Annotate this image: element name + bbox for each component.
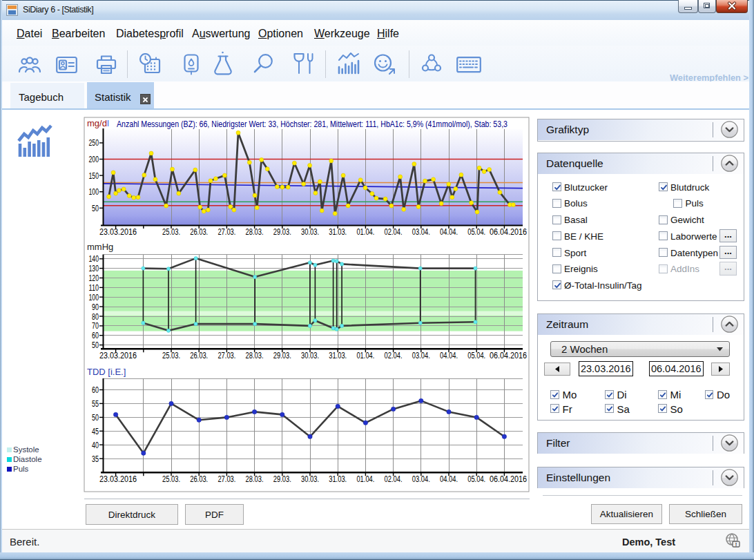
svg-text:29.03.: 29.03. — [273, 351, 291, 360]
svg-text:05.04.: 05.04. — [467, 474, 485, 484]
svg-text:27.03.: 27.03. — [218, 474, 235, 484]
svg-text:120: 120 — [89, 273, 99, 283]
svg-text:25.03.: 25.03. — [162, 474, 180, 484]
svg-text:!: ! — [735, 541, 737, 548]
svg-text:250: 250 — [89, 138, 99, 148]
svg-text:110: 110 — [89, 283, 99, 293]
svg-text:06.04.2016: 06.04.2016 — [490, 227, 527, 237]
svg-text:23.03.2016: 23.03.2016 — [99, 351, 137, 360]
svg-text:06.04.2016: 06.04.2016 — [490, 351, 527, 360]
svg-text:50: 50 — [92, 340, 99, 350]
svg-text:04.04.: 04.04. — [440, 227, 458, 237]
svg-text:28.03.: 28.03. — [246, 474, 264, 484]
svg-text:30.03.: 30.03. — [301, 351, 319, 360]
svg-text:200: 200 — [89, 155, 99, 164]
svg-text:mg/dl: mg/dl — [87, 118, 109, 128]
svg-text:29.03.: 29.03. — [273, 227, 291, 237]
svg-text:03.04.: 03.04. — [412, 227, 430, 237]
svg-text:60: 60 — [92, 385, 99, 395]
svg-text:31.03.: 31.03. — [329, 474, 347, 484]
svg-text:28.03.: 28.03. — [246, 351, 264, 360]
svg-text:25.03.: 25.03. — [162, 351, 180, 360]
svg-text:23.03.2016: 23.03.2016 — [99, 474, 137, 484]
svg-text:27.03.: 27.03. — [218, 227, 235, 237]
svg-text:27.03.: 27.03. — [218, 351, 235, 360]
svg-text:26.03.: 26.03. — [190, 227, 208, 237]
svg-text:29.03.: 29.03. — [273, 474, 291, 484]
svg-text:80: 80 — [92, 312, 99, 322]
svg-text:26.03.: 26.03. — [190, 351, 208, 360]
svg-text:mmHg: mmHg — [87, 242, 113, 252]
svg-text:130: 130 — [89, 264, 99, 273]
svg-text:02.04.: 02.04. — [385, 474, 403, 484]
svg-text:40: 40 — [92, 441, 99, 450]
svg-text:45: 45 — [92, 427, 99, 436]
svg-text:150: 150 — [89, 171, 99, 181]
svg-text:03.04.: 03.04. — [412, 474, 430, 484]
svg-text:26.03.: 26.03. — [190, 474, 208, 484]
svg-text:06.04.2016: 06.04.2016 — [490, 474, 527, 484]
svg-text:04.04.: 04.04. — [440, 474, 458, 484]
svg-text:30.03.: 30.03. — [301, 227, 319, 237]
svg-text:31.03.: 31.03. — [329, 227, 347, 237]
svg-text:50: 50 — [92, 413, 99, 423]
svg-text:01.04.: 01.04. — [356, 351, 374, 360]
svg-text:100: 100 — [89, 293, 99, 302]
svg-text:30.03.: 30.03. — [301, 474, 319, 484]
svg-text:55: 55 — [92, 399, 99, 409]
svg-text:02.04.: 02.04. — [385, 227, 403, 237]
svg-text:100: 100 — [89, 187, 99, 197]
svg-text:60: 60 — [92, 331, 99, 340]
svg-text:35: 35 — [92, 454, 99, 464]
svg-text:31.03.: 31.03. — [329, 351, 347, 360]
svg-text:25.03.: 25.03. — [162, 227, 180, 237]
svg-text:28.03.: 28.03. — [246, 227, 264, 237]
svg-text:23.03.2016: 23.03.2016 — [99, 227, 137, 237]
svg-text:TDD [i.E.]: TDD [i.E.] — [87, 367, 126, 377]
svg-text:05.04.: 05.04. — [467, 351, 485, 360]
svg-text:70: 70 — [92, 321, 99, 331]
svg-text:90: 90 — [92, 302, 99, 312]
svg-text:04.04.: 04.04. — [440, 351, 458, 360]
svg-text:Anzahl Messungen (BZ): 66, Nie: Anzahl Messungen (BZ): 66, Niedrigster W… — [117, 119, 508, 129]
svg-text:01.04.: 01.04. — [356, 474, 374, 484]
svg-text:50: 50 — [92, 204, 99, 213]
svg-text:03.04.: 03.04. — [412, 351, 430, 360]
svg-text:02.04.: 02.04. — [385, 351, 403, 360]
svg-text:140: 140 — [89, 254, 99, 264]
svg-text:05.04.: 05.04. — [467, 227, 485, 237]
svg-text:01.04.: 01.04. — [356, 227, 374, 237]
